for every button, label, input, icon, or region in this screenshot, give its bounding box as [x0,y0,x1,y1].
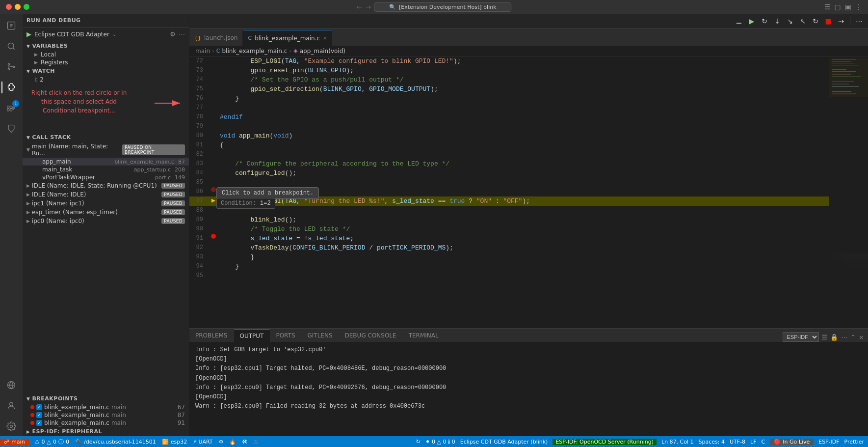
status-git-branch[interactable]: ☍ main [0,439,29,445]
debug-stepout-button[interactable]: ↖ [797,15,809,27]
nav-forward-icon[interactable]: → [366,3,371,11]
status-eol[interactable]: LF [750,439,756,445]
close-button[interactable] [6,4,12,10]
status-lang[interactable]: C [762,439,765,445]
debug-disconnect-button[interactable]: ⇢ [835,15,847,27]
debug-config-name[interactable]: Eclipse CDT GDB Adapter [34,31,109,38]
watch-section-header[interactable]: ▼ WATCH [23,66,189,76]
status-delete-icon[interactable]: ⚠ [253,439,258,445]
breakpoint-check-87[interactable]: ✓ [36,412,42,418]
grid-icon[interactable]: ⋮ [855,3,862,11]
status-prettier[interactable]: Prettier [844,439,864,445]
breadcrumb-func[interactable]: app_main(void) [300,48,345,55]
maximize-button[interactable] [24,4,29,10]
status-flash-icon[interactable]: ⚙ [219,439,224,445]
status-espidf-server[interactable]: ESP-IDF: OpenOCD Server (Running) [552,439,657,445]
minimap[interactable] [829,56,868,328]
output-source-dropdown[interactable]: ESP-IDF [783,332,819,342]
callstack-frame-app-main[interactable]: app_main blink_example_main.c 87 [23,158,189,166]
status-port[interactable]: 🔌 /dev/cu.usbserial-1141501 [75,439,156,445]
columns-icon[interactable]: ⚊ [733,15,745,27]
accounts-icon[interactable] [1,396,21,416]
fullscreen-icon[interactable]: ▣ [845,3,851,11]
tab-ports[interactable]: PORTS [270,329,301,342]
callstack-frame-vport[interactable]: vPortTaskWrapper port.c 149 [23,173,189,181]
panel-lock-icon[interactable]: 🔒 [830,334,838,341]
explorer-icon[interactable] [1,16,21,35]
tab-problems[interactable]: PROBLEMS [189,329,234,342]
callstack-frame-main-task[interactable]: main_task app_startup.c 208 [23,166,189,173]
callstack-section-header[interactable]: ▼ CALL STACK [23,133,189,142]
status-build-icon[interactable]: 🛠 [242,439,247,445]
layout-icon[interactable]: ▢ [835,3,841,11]
status-encoding[interactable]: UTF-8 [730,439,745,445]
breadcrumb-file[interactable]: blink_example_main.c [222,48,287,55]
code-editor[interactable]: 72 ESP_LOGI(TAG, "Example configured to … [189,56,829,328]
status-espidf-right[interactable]: ESP-IDF [818,439,839,445]
panel-expand-icon[interactable]: ⌃ [850,334,856,341]
tab-launch-json[interactable]: {} launch.json [189,30,243,46]
status-debug-adapter[interactable]: Eclipse CDT GDB Adapter (blink) [460,439,548,445]
debug-play-icon[interactable]: ▶ [26,30,31,38]
nav-back-icon[interactable]: ← [357,3,363,11]
callstack-idle[interactable]: ▶ IDLE (Name: IDLE) PAUSED [23,190,189,199]
callstack-ipc1[interactable]: ▶ ipc1 (Name: ipc1) PAUSED [23,199,189,208]
debug-more-button[interactable]: ⋯ [853,15,865,27]
registers-var-item[interactable]: ▶ Registers [23,58,189,66]
tab-debug-console[interactable]: DEBUG CONSOLE [339,329,403,342]
status-errors[interactable]: ⚠ 0 △ 0 ⓘ 0 [35,438,69,446]
debug-refresh-button[interactable]: ↻ [759,15,770,27]
tab-gitlens[interactable]: GITLENS [302,329,339,342]
gutter-91[interactable] [209,234,218,239]
breakpoints-section-header[interactable]: ▼ BREAKPOINTS [23,394,189,403]
debug-stepinto-button[interactable]: ↘ [784,15,796,27]
settings-icon[interactable] [1,417,21,436]
callstack-main-group[interactable]: ▼ main (Name: main, State: Ru... PAUSED … [23,142,189,158]
tab-blink-main[interactable]: C blink_example_main.c × [243,30,332,46]
callstack-idle-cpu1[interactable]: ▶ IDLE (Name: IDLE, State: Running @CPU1… [23,181,189,190]
minimize-button[interactable] [15,4,21,10]
tab-close-icon[interactable]: × [323,35,327,41]
status-go-live[interactable]: 🔴 In Go Live [770,439,814,445]
remote-icon[interactable] [1,375,21,395]
status-uart[interactable]: ⚡ UART [193,439,212,445]
debug-stepover-button[interactable]: ↓ [771,15,783,27]
debug-gear-icon[interactable]: ⚙ [170,30,176,38]
breadcrumb-main[interactable]: main [195,48,210,55]
code-line-73: 73 gpio_reset_pin(BLINK_GPIO); [189,66,829,75]
debug-restart-button[interactable]: ↻ [810,15,821,27]
debug-icon[interactable] [1,78,21,97]
debug-more-icon[interactable]: ⋯ [179,30,185,38]
search-icon-activity[interactable] [1,36,21,56]
panel-more-icon[interactable]: ⋯ [841,334,847,341]
breakpoint-item-67[interactable]: ✓ blink_example_main.c main 67 [23,403,189,411]
callstack-ipc0[interactable]: ▶ ipc0 (Name: ipc0) PAUSED [23,217,189,225]
debug-stop-button[interactable]: ■ [822,15,834,27]
extensions-icon[interactable]: 1 [1,98,21,118]
sidebar-toggle-icon[interactable]: ☰ [824,3,831,11]
panel-list-icon[interactable]: ☰ [822,334,828,341]
breakpoint-check-91[interactable]: ✓ [36,420,42,426]
status-fire-icon[interactable]: 🔥 [229,439,236,445]
espidf-section-header[interactable]: ▶ ESP-IDF: PERIPHERAL [23,427,189,436]
test-icon[interactable] [1,119,21,139]
status-line-col[interactable]: Ln 87, Col 1 [661,439,694,445]
titlebar-search-text[interactable]: [Extension Development Host] blink [399,4,497,10]
tab-terminal[interactable]: TERMINAL [403,329,445,342]
status-chip[interactable]: 📴 esp32 [162,439,187,445]
tab-output[interactable]: OUTPUT [234,329,270,342]
local-var-item[interactable]: ▶ Local [23,51,189,58]
breakpoint-item-91[interactable]: ✓ blink_example_main.c main 91 [23,419,189,427]
breakpoint-item-87[interactable]: ✓ blink_example_main.c main 87 [23,411,189,419]
breakpoint-check-67[interactable]: ✓ [36,404,42,410]
window-controls[interactable] [6,4,29,10]
variables-section-header[interactable]: ▼ VARIABLES [23,41,189,51]
watch-i-item[interactable]: i: 2 [23,76,189,84]
status-sync-icon[interactable]: ↻ [416,439,421,445]
callstack-esp-timer[interactable]: ▶ esp_timer (Name: esp_timer) PAUSED [23,208,189,217]
debug-continue-button[interactable]: ▶ [746,15,758,27]
panel-close-icon[interactable]: × [859,334,864,341]
status-spaces[interactable]: Spaces: 4 [699,439,725,445]
git-icon[interactable] [1,57,21,77]
status-errors-right[interactable]: ⚫ 0 △ 0 ℹ 0 [425,439,455,445]
